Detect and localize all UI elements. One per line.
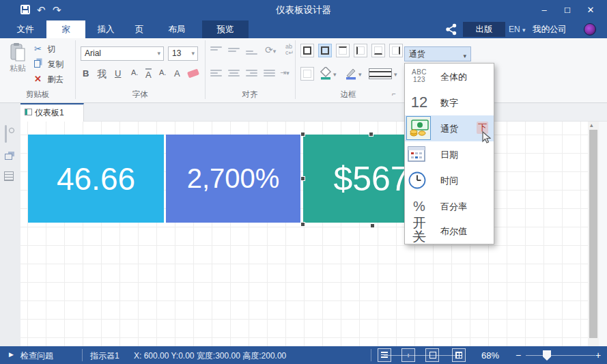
bold-button[interactable]: B: [83, 68, 89, 79]
view-fit-height-button[interactable]: ↕: [401, 348, 415, 362]
tab-file[interactable]: 文件: [10, 20, 41, 38]
vertical-scrollbar[interactable]: ▴: [588, 122, 599, 346]
minimize-button[interactable]: –: [537, 3, 552, 17]
format-option-boolean[interactable]: 开关 布尔值: [405, 219, 494, 242]
underline-button[interactable]: U: [115, 68, 121, 79]
design-canvas[interactable]: 46.66 2,700% $567: [20, 122, 589, 346]
delete-button[interactable]: ✕ 删去: [34, 72, 63, 85]
number-format-select[interactable]: 通货 ▾: [404, 46, 471, 61]
indicator-tile-1[interactable]: 46.66: [28, 135, 164, 223]
tab-layout[interactable]: 布局: [161, 20, 193, 38]
share-icon[interactable]: [445, 23, 457, 36]
spacing-icon[interactable]: ⇥▾: [280, 68, 290, 77]
format-option-date[interactable]: 日期: [405, 141, 494, 167]
mouse-cursor-icon: [480, 131, 491, 145]
dashboard-tab[interactable]: 仪表板1: [18, 103, 84, 122]
copy-icon: [34, 60, 40, 68]
selection-handle[interactable]: [300, 222, 305, 227]
scrollbar-thumb[interactable]: [589, 130, 597, 338]
border-top-button[interactable]: [336, 44, 350, 57]
align-left-icon[interactable]: [210, 70, 222, 78]
border-style-button[interactable]: [369, 68, 392, 79]
border-left-button[interactable]: [354, 44, 367, 57]
check-issues-label[interactable]: 检查问题: [20, 350, 53, 362]
border-outside-button[interactable]: [318, 44, 332, 57]
chevron-down-icon[interactable]: ▾: [394, 71, 397, 78]
statusbar-divider: [82, 349, 83, 361]
border-right-button[interactable]: [389, 44, 403, 57]
format-option-time[interactable]: 时间: [405, 167, 494, 193]
view-fit-page-button[interactable]: [425, 348, 439, 362]
scroll-up-icon[interactable]: ▴: [590, 122, 593, 128]
align-top-icon[interactable]: [210, 46, 222, 55]
format-option-general[interactable]: ABC123 全体的: [405, 64, 494, 89]
border-all-button[interactable]: [300, 44, 314, 57]
zoom-in-button[interactable]: +: [595, 346, 601, 364]
clock-icon: [408, 171, 431, 193]
option-label: 百分率: [440, 201, 467, 213]
selection-handle[interactable]: [369, 132, 373, 137]
wrap-text-icon[interactable]: abc↵: [285, 44, 294, 56]
indicator-tile-2[interactable]: 2,700%: [166, 135, 300, 223]
view-mode-list-button[interactable]: [378, 348, 391, 362]
tab-insert[interactable]: 插入: [90, 20, 122, 38]
font-size-select[interactable]: 13 ▾: [168, 46, 198, 61]
dashboard-tab-label: 仪表板1: [35, 108, 64, 117]
dialog-launcher-icon[interactable]: ⌐: [392, 90, 396, 98]
close-button[interactable]: ✕: [583, 3, 598, 17]
delete-label: 删去: [47, 74, 63, 84]
cut-button[interactable]: ✂ 切: [34, 42, 55, 55]
zoom-out-button[interactable]: −: [516, 346, 521, 364]
format-option-number[interactable]: 12 数字: [405, 89, 494, 115]
strike-button[interactable]: A: [145, 68, 152, 80]
tab-home[interactable]: 家: [46, 20, 85, 38]
calendar-icon: [408, 145, 431, 167]
selection-handle[interactable]: [300, 132, 305, 137]
align-right-icon[interactable]: [246, 70, 257, 78]
chevron-down-icon: ▾: [191, 47, 195, 60]
copy-label: 复制: [47, 59, 63, 69]
copy-button[interactable]: 复制: [34, 57, 63, 70]
tab-page[interactable]: 页: [126, 20, 153, 38]
shrink-font-button[interactable]: A: [174, 68, 180, 79]
italic-button[interactable]: 我: [97, 68, 107, 81]
statusbar: ▶ 检查问题 指示器1 X: 600.00 Y:0.00 宽度:300.00 高…: [0, 346, 607, 364]
borders-group-label: 边框: [314, 89, 382, 100]
align-center-icon[interactable]: [228, 70, 240, 78]
chevron-down-icon[interactable]: ▾: [358, 71, 362, 78]
font-family-select[interactable]: Arial ▾: [81, 46, 164, 61]
language-selector[interactable]: EN ▾: [509, 20, 526, 38]
align-bottom-icon[interactable]: [246, 51, 257, 59]
border-color-button[interactable]: [345, 67, 357, 81]
chevron-down-icon[interactable]: ▾: [333, 71, 337, 78]
clear-format-eraser-icon[interactable]: [187, 69, 199, 79]
company-name[interactable]: 我的公司: [533, 20, 567, 38]
border-none-button[interactable]: [300, 67, 314, 81]
avatar[interactable]: [584, 23, 596, 36]
titlebar: ↶ ↷ 仪表板设计器 – ☐ ✕: [0, 0, 607, 20]
indicator-value: 46.66: [57, 160, 135, 197]
font-color-button[interactable]: A.: [131, 68, 138, 76]
align-justify-icon[interactable]: [264, 70, 275, 78]
panel-handle-icon[interactable]: [5, 125, 7, 143]
rotate-text-icon[interactable]: ⟳▾: [265, 44, 276, 55]
zoom-slider-thumb[interactable]: [543, 350, 551, 361]
delete-x-icon: ✕: [34, 74, 42, 84]
windows-panel-icon[interactable]: [5, 154, 12, 160]
publish-button[interactable]: 出版: [463, 22, 505, 37]
selection-handle[interactable]: [370, 223, 375, 228]
tree-list-icon[interactable]: [4, 171, 14, 181]
tab-preview[interactable]: 预览: [202, 20, 249, 38]
maximize-button[interactable]: ☐: [560, 3, 575, 17]
play-check-icon[interactable]: ▶: [9, 351, 14, 358]
paste-button[interactable]: 粘贴: [4, 41, 31, 85]
view-actual-size-button[interactable]: [452, 348, 466, 362]
zoom-slider-track[interactable]: [526, 355, 595, 356]
align-middle-icon[interactable]: [228, 48, 240, 56]
fill-color-button[interactable]: [320, 67, 332, 81]
selection-handle[interactable]: [300, 176, 305, 181]
border-bottom-button[interactable]: [371, 44, 385, 57]
grow-font-button[interactable]: A.: [159, 68, 166, 76]
selected-item-name: 指示器1: [90, 350, 119, 362]
option-label: 布尔值: [440, 225, 467, 238]
